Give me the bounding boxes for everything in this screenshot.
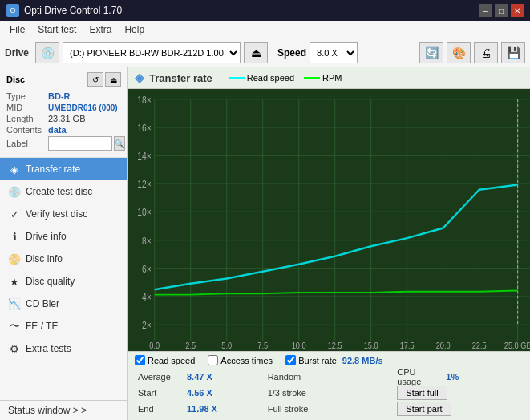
disc-mid-row: MID UMEBDR016 (000) [6, 103, 121, 112]
average-stat: Average 8.47 X [135, 369, 265, 385]
disc-label-search-button[interactable]: 🔍 [114, 136, 125, 151]
drive-label: Drive [5, 47, 29, 59]
speed-label: Speed [277, 47, 306, 59]
stroke-1-3-label: 1/3 stroke [268, 388, 312, 398]
end-value: 11.98 X [187, 404, 219, 414]
maximize-button[interactable]: □ [495, 4, 508, 17]
chart-title-icon: ◈ [135, 71, 144, 85]
disc-contents-label: Contents [6, 125, 48, 135]
legend-read-speed-label: Read speed [247, 73, 294, 83]
svg-text:2.5: 2.5 [185, 341, 196, 351]
nav-disc-quality[interactable]: ★ Disc quality [0, 270, 127, 293]
main-content: Disc ↺ ⏏ Type BD-R MID UMEBDR016 (000) L… [0, 67, 530, 420]
info-button[interactable]: 🖨 [474, 42, 498, 63]
nav-verify-test-disc-label: Verify test disc [26, 208, 87, 220]
stat-group-3: CPU usage 1% Start full Start part [394, 369, 524, 417]
eject-button[interactable]: ⏏ [244, 42, 268, 63]
chart-area: ◈ Transfer rate Read speed RPM [128, 67, 530, 420]
disc-refresh-button[interactable]: ↺ [87, 72, 103, 87]
nav-extra-tests[interactable]: ⚙ Extra tests [0, 337, 127, 360]
nav-verify-test-disc[interactable]: ✓ Verify test disc [0, 203, 127, 225]
full-stroke-stat: Full stroke - [265, 401, 394, 417]
menu-bar: File Start test Extra Help [0, 21, 530, 38]
nav-fe-te[interactable]: 〜 FE / TE [0, 315, 127, 337]
full-stroke-label: Full stroke [268, 404, 312, 414]
svg-text:14×: 14× [137, 151, 151, 161]
disc-contents-value: data [48, 125, 67, 135]
menu-help[interactable]: Help [118, 22, 151, 37]
random-label: Random [268, 372, 312, 382]
end-stat: End 11.98 X [135, 401, 265, 417]
status-window-button[interactable]: Status window > > [0, 400, 127, 420]
access-times-checkbox[interactable] [208, 355, 218, 365]
disc-label-label: Label [6, 139, 48, 148]
sidebar: Disc ↺ ⏏ Type BD-R MID UMEBDR016 (000) L… [0, 67, 128, 420]
svg-text:12×: 12× [137, 179, 151, 189]
nav-disc-info-label: Disc info [26, 253, 63, 265]
svg-text:15.0: 15.0 [364, 341, 378, 351]
chart-header: ◈ Transfer rate Read speed RPM [128, 67, 530, 89]
disc-length-row: Length 23.31 GB [6, 114, 121, 123]
chart-svg: 18× 16× 14× 12× 10× 8× 6× 4× 2× 0.0 2.5 … [128, 89, 530, 351]
chart-title: ◈ Transfer rate [135, 71, 212, 85]
minimize-button[interactable]: – [479, 4, 492, 17]
average-value: 8.47 X [187, 372, 219, 382]
extra-tests-icon: ⚙ [8, 342, 21, 355]
start-full-line: Start full [394, 385, 524, 401]
stroke-1-3-stat: 1/3 stroke - [265, 385, 394, 401]
nav-disc-info[interactable]: 📀 Disc info [0, 248, 127, 270]
nav-drive-info[interactable]: ℹ Drive info [0, 225, 127, 248]
fe-te-icon: 〜 [8, 320, 21, 333]
menu-start-test[interactable]: Start test [31, 22, 83, 37]
menu-extra[interactable]: Extra [83, 22, 118, 37]
save-button[interactable]: 💾 [501, 42, 525, 63]
disc-mid-value: UMEBDR016 (000) [48, 103, 118, 112]
refresh-button[interactable]: 🔄 [419, 42, 443, 63]
legend-rpm-label: RPM [322, 73, 342, 83]
svg-text:5.0: 5.0 [221, 341, 232, 351]
disc-icon-buttons: ↺ ⏏ [87, 72, 121, 87]
full-stroke-value: - [317, 404, 349, 414]
svg-rect-0 [128, 89, 530, 351]
stats-row: Average 8.47 X Start 4.56 X End 11.98 X … [135, 369, 524, 417]
legend-read-speed: Read speed [229, 73, 294, 83]
disc-label-input[interactable] [48, 136, 112, 151]
disc-length-label: Length [6, 114, 48, 123]
svg-text:10×: 10× [137, 207, 151, 217]
drive-select[interactable]: (D:) PIONEER BD-RW BDR-212D 1.00 [63, 42, 241, 63]
read-speed-checkbox[interactable] [135, 355, 145, 365]
nav-cd-bler-label: CD Bler [26, 298, 59, 309]
disc-type-row: Type BD-R [6, 91, 121, 101]
start-full-button[interactable]: Start full [397, 386, 447, 400]
stat-group-1: Average 8.47 X Start 4.56 X End 11.98 X [135, 369, 265, 417]
settings-button[interactable]: 🎨 [447, 42, 471, 63]
disc-length-value: 23.31 GB [48, 114, 85, 123]
nav-drive-info-label: Drive info [26, 231, 67, 242]
menu-file[interactable]: File [3, 22, 31, 37]
speed-select[interactable]: 8.0 X [310, 42, 358, 63]
burst-rate-checkbox[interactable] [285, 355, 296, 365]
svg-text:6×: 6× [142, 264, 152, 274]
nav-cd-bler[interactable]: 📉 CD Bler [0, 293, 127, 315]
disc-mid-label: MID [6, 103, 48, 112]
burst-rate-value: 92.8 MB/s [342, 356, 383, 365]
svg-text:17.5: 17.5 [400, 341, 415, 351]
legend-rpm: RPM [304, 73, 342, 83]
close-button[interactable]: ✕ [511, 4, 524, 17]
disc-type-label: Type [6, 91, 48, 101]
stat-group-2: Random - 1/3 stroke - Full stroke - [265, 369, 394, 417]
create-test-disc-icon: 💿 [8, 185, 21, 198]
disc-type-value: BD-R [48, 91, 71, 101]
stroke-1-3-value: - [317, 388, 349, 398]
nav-transfer-rate[interactable]: ◈ Transfer rate [0, 158, 127, 180]
title-bar-controls: – □ ✕ [479, 4, 524, 17]
verify-test-disc-icon: ✓ [8, 208, 21, 220]
disc-eject-button[interactable]: ⏏ [105, 72, 121, 87]
start-part-button[interactable]: Start part [397, 402, 451, 416]
average-label: Average [138, 372, 182, 382]
svg-text:8×: 8× [142, 236, 152, 246]
svg-text:22.5: 22.5 [472, 341, 487, 351]
nav-create-test-disc[interactable]: 💿 Create test disc [0, 180, 127, 203]
svg-text:18×: 18× [137, 95, 151, 105]
cd-bler-icon: 📉 [8, 297, 21, 310]
